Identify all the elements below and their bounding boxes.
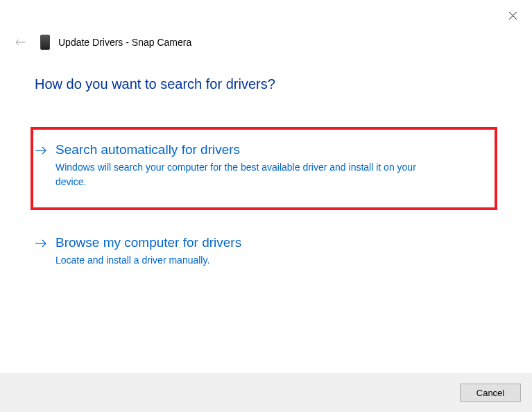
arrow-right-icon [35, 237, 47, 252]
footer: Cancel [0, 373, 532, 412]
back-arrow-icon[interactable] [14, 38, 26, 46]
option-text: Browse my computer for drivers Locate an… [55, 235, 497, 268]
option-description: Windows will search your computer for th… [55, 160, 444, 189]
option-search-automatically[interactable]: Search automatically for drivers Windows… [35, 138, 490, 199]
option-text: Search automatically for drivers Windows… [55, 142, 490, 189]
option-title: Search automatically for drivers [55, 142, 490, 157]
device-icon [40, 35, 50, 50]
header: Update Drivers - Snap Camera [14, 35, 191, 50]
content: How do you want to search for drivers? S… [35, 76, 497, 277]
option-title: Browse my computer for drivers [55, 235, 497, 250]
cancel-button[interactable]: Cancel [460, 384, 521, 402]
arrow-right-icon [35, 144, 47, 159]
page-title: Update Drivers - Snap Camera [58, 37, 191, 48]
close-button[interactable] [506, 8, 520, 22]
highlight-annotation: Search automatically for drivers Windows… [31, 127, 497, 210]
question-heading: How do you want to search for drivers? [35, 76, 497, 92]
option-browse-computer[interactable]: Browse my computer for drivers Locate an… [35, 231, 497, 277]
option-description: Locate and install a driver manually. [55, 253, 444, 268]
